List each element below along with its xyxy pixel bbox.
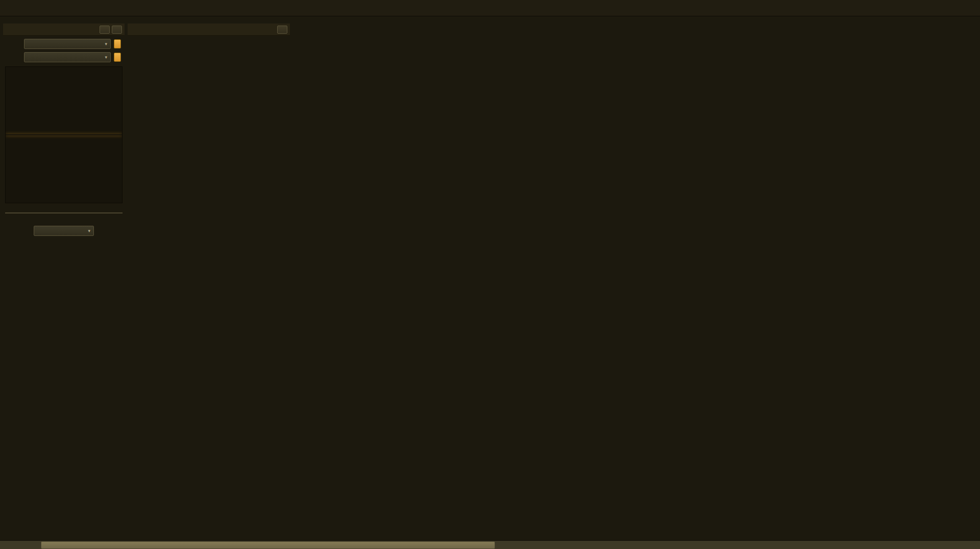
- chevron-down-icon: ▾: [105, 55, 107, 60]
- eq-graph[interactable]: [5, 66, 122, 203]
- eq-bypass-button[interactable]: [100, 26, 110, 34]
- fft-select[interactable]: ▾: [24, 52, 111, 62]
- master-level-meter: [17, 542, 40, 548]
- scrollbar-thumb[interactable]: [41, 541, 495, 549]
- mixer-body: ▾ ▾: [0, 22, 980, 535]
- eq-close-button[interactable]: [112, 26, 122, 34]
- aux-close-button[interactable]: [277, 26, 287, 34]
- eq-panel: ▾ ▾: [3, 23, 125, 534]
- mixer-window: ▾ ▾: [0, 0, 980, 549]
- aux-panel: [128, 23, 290, 534]
- horizontal-scrollbar[interactable]: [0, 540, 980, 549]
- eq-band-tabs: [5, 212, 122, 213]
- titlebar: [0, 0, 980, 16]
- chevron-down-icon: ▾: [88, 228, 90, 233]
- eq-curve-line: [6, 134, 122, 135]
- frequency-axis-labels: [5, 204, 122, 211]
- eq-panel-header: [3, 23, 125, 36]
- aux-panel-header: [128, 23, 290, 36]
- pooled-toggle-button[interactable]: [114, 53, 121, 62]
- chevron-down-icon: ▾: [105, 41, 107, 46]
- q-mode-select[interactable]: ▾: [24, 39, 111, 49]
- floating-panels: ▾ ▾: [2, 22, 291, 535]
- filter-type-select[interactable]: ▾: [34, 226, 94, 236]
- spectrum-toggle-button[interactable]: [114, 39, 121, 49]
